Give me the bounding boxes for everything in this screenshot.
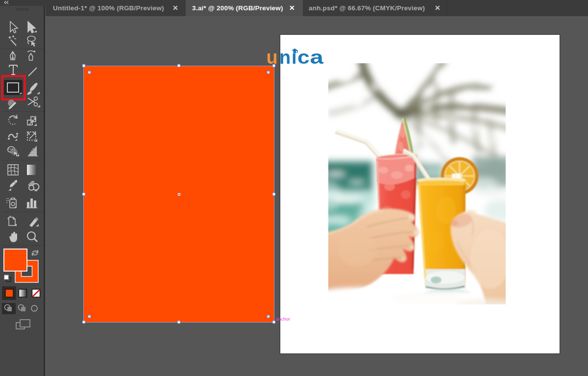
svg-text:n: n: [279, 47, 291, 68]
svg-text:a: a: [310, 47, 323, 68]
svg-text:c: c: [297, 47, 310, 68]
